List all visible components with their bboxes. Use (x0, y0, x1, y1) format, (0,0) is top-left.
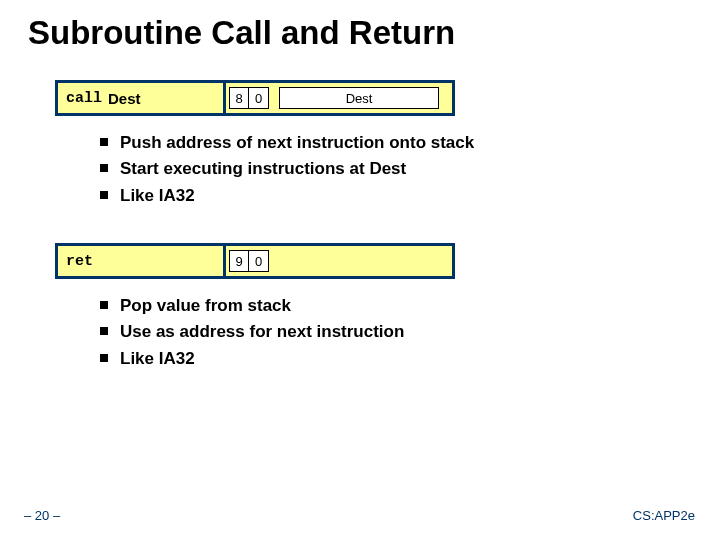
list-item: Like IA32 (100, 183, 719, 209)
ret-byte-1: 0 (249, 250, 269, 272)
list-item: Start executing instructions at Dest (100, 156, 719, 182)
ret-instruction-row: ret 9 0 (55, 243, 719, 279)
call-instruction-row: call Dest 8 0 Dest (55, 80, 719, 116)
call-encoding-box: 8 0 Dest (223, 80, 455, 116)
ret-byte-0: 9 (229, 250, 249, 272)
call-mnemonic-box: call Dest (55, 80, 223, 116)
call-operand: Dest (108, 90, 141, 107)
ret-section: ret 9 0 Pop value from stack Use as addr… (0, 243, 719, 372)
call-section: call Dest 8 0 Dest Push address of next … (0, 80, 719, 209)
list-item: Like IA32 (100, 346, 719, 372)
call-mnemonic: call (66, 90, 102, 107)
ret-mnemonic: ret (66, 253, 93, 270)
list-item: Push address of next instruction onto st… (100, 130, 719, 156)
call-byte-0: 8 (229, 87, 249, 109)
call-dest-field: Dest (279, 87, 439, 109)
ret-mnemonic-box: ret (55, 243, 223, 279)
page-number: – 20 – (24, 508, 60, 523)
ret-encoding-box: 9 0 (223, 243, 455, 279)
call-bullets: Push address of next instruction onto st… (100, 130, 719, 209)
ret-bullets: Pop value from stack Use as address for … (100, 293, 719, 372)
slide-title: Subroutine Call and Return (0, 0, 719, 52)
list-item: Use as address for next instruction (100, 319, 719, 345)
list-item: Pop value from stack (100, 293, 719, 319)
call-byte-1: 0 (249, 87, 269, 109)
footer-right: CS:APP2e (633, 508, 695, 523)
